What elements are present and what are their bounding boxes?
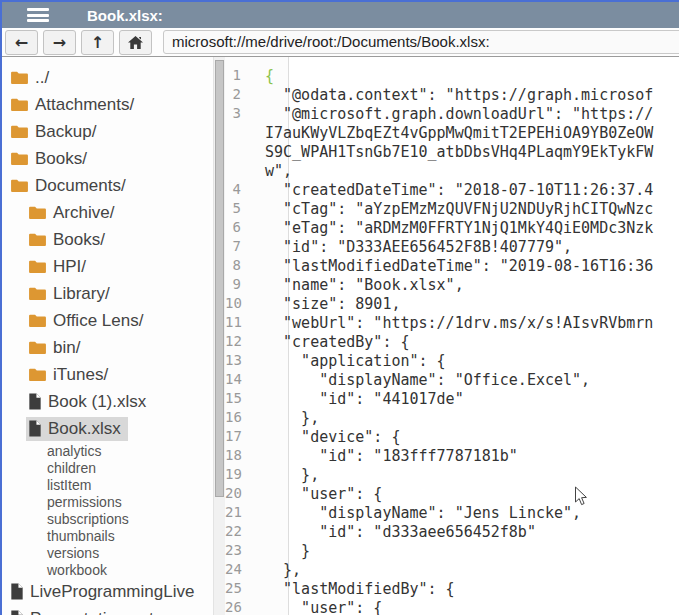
code-line: 18 "id": "183fff7787181b" xyxy=(225,446,679,465)
tree-item-label: Documents/ xyxy=(35,176,126,196)
code-text: "lastModifiedBy": { xyxy=(265,580,455,598)
code-text: }, xyxy=(265,466,319,484)
code-text: S9C_WPAH1TsnGb7E10_atbDbsVHq4PLaqmY9EkTy… xyxy=(265,143,653,161)
tree-item[interactable]: LiveProgrammingLive xyxy=(2,578,213,605)
menu-icon[interactable] xyxy=(27,8,49,22)
code-line: 10 "size": 8901, xyxy=(225,294,679,313)
folder-icon xyxy=(28,259,47,274)
tree-item[interactable]: Books/ xyxy=(2,226,213,253)
up-button[interactable]: ↑ xyxy=(81,30,114,55)
home-icon xyxy=(127,35,144,50)
tree-item[interactable]: Documents/ xyxy=(2,172,213,199)
tree-item[interactable]: bin/ xyxy=(2,334,213,361)
code-line: 15 "id": "441017de" xyxy=(225,389,679,408)
line-number: 18 xyxy=(225,446,265,465)
tree-item-label: children xyxy=(47,460,96,476)
tree-item-label: Book (1).xlsx xyxy=(48,392,146,412)
file-icon xyxy=(10,583,24,600)
tree-subitem[interactable]: thumbnails xyxy=(2,527,213,544)
tree-item[interactable]: Library/ xyxy=(2,280,213,307)
line-number: 10 xyxy=(225,294,265,313)
code-line: 5 "cTag": "aYzpEMzMzQUVFNjU2NDUyRjhCITQw… xyxy=(225,199,679,218)
file-icon xyxy=(10,610,24,615)
tree-item-label: Backup/ xyxy=(35,122,96,142)
tree-item-label: thumbnails xyxy=(47,528,115,544)
code-text: "displayName": "Jens Lincke", xyxy=(265,504,581,522)
line-number: 20 xyxy=(225,484,265,503)
code-line: 25 "lastModifiedBy": { xyxy=(225,579,679,598)
tree-item[interactable]: HPI/ xyxy=(2,253,213,280)
tree-item[interactable]: Book.xlsx xyxy=(2,415,213,442)
tree-subitem[interactable]: listItem xyxy=(2,476,213,493)
code-text: "user": { xyxy=(265,485,382,503)
line-number: 3 xyxy=(225,104,265,123)
code-line: 17 "device": { xyxy=(225,427,679,446)
folder-icon xyxy=(10,70,29,85)
tree-subitem[interactable]: subscriptions xyxy=(2,510,213,527)
tree-subitem[interactable]: workbook xyxy=(2,561,213,578)
tree-subitem[interactable]: versions xyxy=(2,544,213,561)
scrollbar-thumb[interactable] xyxy=(215,60,224,497)
code-line: 13 "application": { xyxy=(225,351,679,370)
code-line: 12 "createdBy": { xyxy=(225,332,679,351)
code-line: 14 "displayName": "Office.Excel", xyxy=(225,370,679,389)
code-line: 3 "@microsoft.graph.downloadUrl": "https… xyxy=(225,104,679,123)
url-input[interactable]: microsoft://me/drive/root:/Documents/Boo… xyxy=(163,30,679,54)
code-line: 11 "webUrl": "https://1drv.ms/x/s!AIsvRV… xyxy=(225,313,679,332)
code-text: }, xyxy=(265,409,319,427)
tree-item[interactable]: ../ xyxy=(2,64,213,91)
sidebar-scrollbar[interactable] xyxy=(213,57,225,615)
line-number: 16 xyxy=(225,408,265,427)
code-line: 4 "createdDateTime": "2018-07-10T11:26:3… xyxy=(225,180,679,199)
tree-subitem[interactable]: children xyxy=(2,459,213,476)
code-line: 9 "name": "Book.xlsx", xyxy=(225,275,679,294)
code-line: 19 }, xyxy=(225,465,679,484)
code-text: "size": 8901, xyxy=(265,295,400,313)
tree-item-label: iTunes/ xyxy=(53,365,108,385)
tree-item-label: Books/ xyxy=(35,149,87,169)
folder-icon xyxy=(28,313,47,328)
forward-button[interactable]: → xyxy=(43,30,76,55)
code-text: "@odata.context": "https://graph.microso… xyxy=(265,86,653,104)
code-text: "cTag": "aYzpEMzMzQUVFNjU2NDUyRjhCITQwNz… xyxy=(265,200,653,218)
line-number: 7 xyxy=(225,237,265,256)
tree-item-label: analytics xyxy=(47,443,101,459)
tree-subitem[interactable]: permissions xyxy=(2,493,213,510)
tree-item-label: listItem xyxy=(47,477,91,493)
tree-item[interactable]: iTunes/ xyxy=(2,361,213,388)
tree-item[interactable]: Books/ xyxy=(2,145,213,172)
up-icon: ↑ xyxy=(91,33,104,52)
line-number: 9 xyxy=(225,275,265,294)
code-line: 26 "user": { xyxy=(225,598,679,615)
back-button[interactable]: ← xyxy=(5,30,38,55)
tree-item-label: Presentation.pptx xyxy=(30,609,162,615)
folder-icon xyxy=(10,124,29,139)
code-line: 16 }, xyxy=(225,408,679,427)
tree-item-label: Office Lens/ xyxy=(53,311,143,331)
tree-subitem[interactable]: analytics xyxy=(2,442,213,459)
json-editor[interactable]: 1{2 "@odata.context": "https://graph.mic… xyxy=(225,57,679,615)
line-number: 23 xyxy=(225,541,265,560)
tree-item[interactable]: Backup/ xyxy=(2,118,213,145)
tree-item[interactable]: Presentation.pptx xyxy=(2,605,213,615)
code-text: "id": "D333AEE656452F8B!407779", xyxy=(265,238,572,256)
folder-icon xyxy=(28,286,47,301)
tree-item[interactable]: Office Lens/ xyxy=(2,307,213,334)
file-icon xyxy=(28,420,42,437)
code-text: { xyxy=(265,67,274,85)
line-number: 5 xyxy=(225,199,265,218)
tree-item[interactable]: Archive/ xyxy=(2,199,213,226)
tree-item[interactable]: Attachments/ xyxy=(2,91,213,118)
line-number: 13 xyxy=(225,351,265,370)
browser-window: Book.xlsx: ← → ↑ microsoft://me/drive/ro… xyxy=(0,0,679,615)
code-text: "id": "441017de" xyxy=(265,390,464,408)
tree-item[interactable]: Book (1).xlsx xyxy=(2,388,213,415)
line-number: 11 xyxy=(225,313,265,332)
line-number: 4 xyxy=(225,180,265,199)
folder-icon xyxy=(10,178,29,193)
code-text: "createdDateTime": "2018-07-10T11:26:37.… xyxy=(265,181,653,199)
home-button[interactable] xyxy=(119,30,152,55)
code-line: 21 "displayName": "Jens Lincke", xyxy=(225,503,679,522)
window-title: Book.xlsx: xyxy=(87,7,163,24)
line-number: 26 xyxy=(225,598,265,615)
